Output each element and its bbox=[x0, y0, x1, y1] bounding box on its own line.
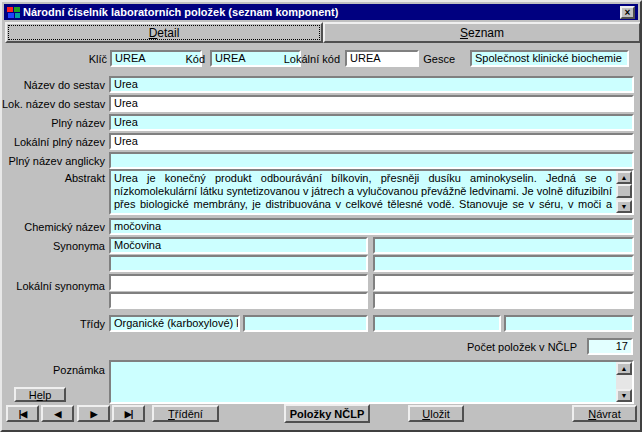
scroll-up-icon[interactable]: ▲ bbox=[616, 171, 632, 184]
lokalni-kod-label: Lokální kód bbox=[272, 53, 340, 65]
tridy-label: Třídy bbox=[2, 318, 105, 330]
abstrakt-label: Abstrakt bbox=[2, 172, 105, 184]
nazev-do-sestav-field[interactable]: Urea bbox=[109, 76, 634, 93]
tridy-field-4[interactable] bbox=[504, 315, 634, 332]
plny-nazev-field[interactable]: Urea bbox=[109, 114, 634, 131]
poznamka-scrollbar[interactable]: ▲ ▼ bbox=[616, 362, 632, 402]
app-window: Národní číselník laboratorních položek (… bbox=[0, 0, 642, 432]
lokalni-synonyma-field-3[interactable] bbox=[109, 292, 368, 309]
abstrakt-textarea[interactable]: Urea je konečný produkt odbourávání bílk… bbox=[109, 169, 634, 215]
abstrakt-scrollbar[interactable]: ▲ ▼ bbox=[616, 171, 632, 213]
polozky-nclp-button-label: Položky NČLP bbox=[290, 408, 365, 420]
tab-seznam-label: Seznam bbox=[460, 26, 504, 40]
record-prev-icon[interactable]: ◀ bbox=[41, 405, 74, 422]
lokalni-synonyma-field-4[interactable] bbox=[373, 292, 634, 309]
tab-detail[interactable]: Detail bbox=[5, 22, 323, 43]
synonyma-label: Synonyma bbox=[2, 240, 105, 252]
plny-nazev-anglicky-label: Plný název anglicky bbox=[2, 155, 105, 167]
tab-seznam[interactable]: Seznam bbox=[323, 22, 641, 43]
polozky-nclp-button[interactable]: Položky NČLP bbox=[284, 404, 370, 423]
pocet-polozek-field: 17 bbox=[587, 338, 633, 355]
record-last-icon[interactable]: ▶| bbox=[112, 405, 145, 422]
lok-nazev-do-sestav-field[interactable]: Urea bbox=[109, 95, 634, 112]
trideni-button[interactable]: Třídění bbox=[152, 405, 219, 422]
app-icon bbox=[7, 6, 20, 19]
tridy-field-3[interactable] bbox=[373, 315, 501, 332]
synonyma-field-3[interactable] bbox=[109, 255, 368, 272]
lokalni-synonyma-field-2[interactable] bbox=[373, 274, 634, 291]
gesce-label: Gesce bbox=[402, 53, 455, 65]
record-first-icon[interactable]: |◀ bbox=[6, 405, 39, 422]
help-button[interactable]: Help bbox=[14, 387, 66, 402]
window-title: Národní číselník laboratorních položek (… bbox=[23, 6, 338, 18]
scroll-down-icon[interactable]: ▼ bbox=[616, 389, 632, 402]
gesce-field[interactable]: Společnost klinické biochemie bbox=[470, 50, 629, 67]
navrat-button-label: Návrat bbox=[588, 408, 620, 420]
lokalni-synonyma-field-1[interactable] bbox=[109, 274, 368, 291]
tridy-field-1[interactable]: Organické (karboxylové) kys bbox=[109, 315, 240, 332]
trideni-button-label: Třídění bbox=[168, 408, 203, 420]
synonyma-field-1[interactable]: Močovina bbox=[109, 237, 368, 254]
lok-nazev-do-sestav-label: Lok. název do sestav bbox=[2, 98, 105, 110]
synonyma-field-4[interactable] bbox=[373, 255, 634, 272]
tridy-field-2[interactable] bbox=[243, 315, 368, 332]
scroll-down-icon[interactable]: ▼ bbox=[616, 200, 632, 213]
scrollbar-thumb[interactable] bbox=[616, 184, 632, 198]
record-next-icon[interactable]: ▶ bbox=[77, 405, 110, 422]
navrat-button[interactable]: Návrat bbox=[572, 405, 637, 422]
tab-detail-label: Detail bbox=[149, 26, 180, 40]
chemicky-nazev-field[interactable]: močovina bbox=[109, 218, 634, 235]
pocet-polozek-label: Počet položek v NČLP bbox=[422, 341, 577, 353]
kod-label: Kód bbox=[142, 53, 205, 65]
lokalni-plny-nazev-label: Lokální plný název bbox=[2, 136, 105, 148]
ulozit-button[interactable]: Uložit bbox=[408, 405, 464, 422]
synonyma-field-2[interactable] bbox=[373, 237, 634, 254]
chemicky-nazev-label: Chemický název bbox=[2, 221, 105, 233]
ulozit-button-label: Uložit bbox=[422, 408, 450, 420]
plny-nazev-anglicky-field[interactable] bbox=[109, 152, 634, 169]
title-bar: Národní číselník laboratorních položek (… bbox=[4, 4, 638, 20]
nazev-do-sestav-label: Název do sestav bbox=[2, 79, 105, 91]
lokalni-plny-nazev-field[interactable]: Urea bbox=[109, 133, 634, 150]
abstrakt-text: Urea je konečný produkt odbourávání bílk… bbox=[114, 172, 612, 215]
scroll-up-icon[interactable]: ▲ bbox=[616, 362, 632, 375]
help-button-label: Help bbox=[29, 389, 52, 401]
klic-label: Klíč bbox=[42, 53, 107, 65]
poznamka-textarea[interactable]: ▲ ▼ bbox=[109, 360, 634, 404]
close-icon[interactable]: × bbox=[620, 6, 635, 19]
poznamka-label: Poznámka bbox=[2, 364, 105, 376]
plny-nazev-label: Plný název bbox=[2, 117, 105, 129]
lokalni-synonyma-label: Lokální synonyma bbox=[2, 280, 105, 292]
